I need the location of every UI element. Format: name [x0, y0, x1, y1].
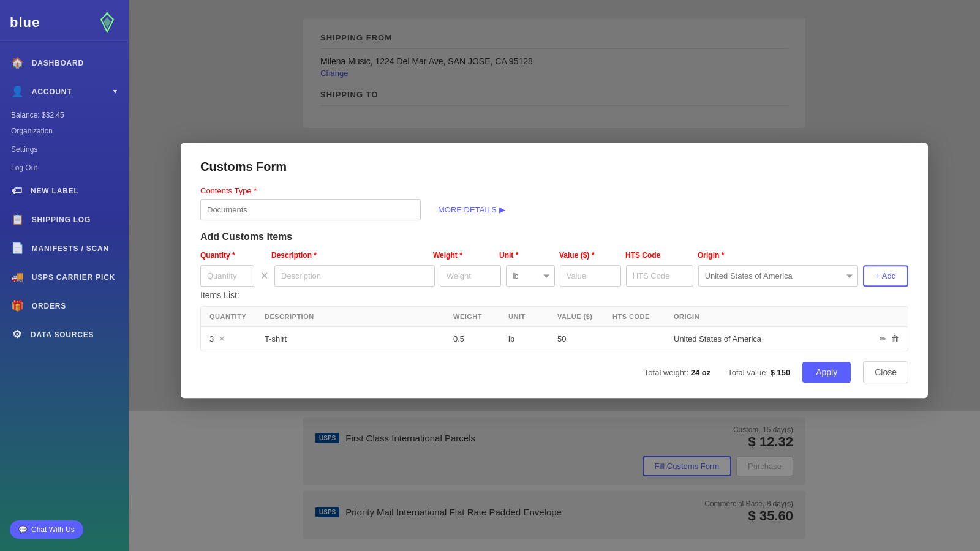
sidebar-item-settings[interactable]: Settings: [0, 140, 129, 159]
item-quantity: 3 ✕: [209, 334, 265, 343]
hts-code-col-label: HTS Code: [625, 251, 693, 260]
unit-col-label: Unit *: [499, 251, 554, 260]
chevron-down-icon: ▾: [113, 88, 118, 96]
hts-code-input[interactable]: [626, 265, 693, 287]
total-weight-label: Total weight: 24 oz: [644, 368, 710, 377]
sidebar-balance: Balance: $32.45: [0, 106, 129, 122]
col-header-hts-code: HTS CODE: [612, 313, 674, 320]
orders-icon: 🎁: [11, 299, 24, 312]
sidebar-header: blue: [0, 0, 129, 43]
items-table: QUANTITY DESCRIPTION WEIGHT UNIT VALUE (…: [200, 306, 908, 351]
add-item-column-headers: Quantity * Description * Weight * Unit *…: [200, 251, 908, 263]
sidebar-item-label: NEW LABEL: [31, 187, 79, 195]
chat-button[interactable]: 💬 Chat With Us: [10, 520, 83, 539]
sidebar-item-label: SHIPPING LOG: [32, 216, 91, 224]
add-item-row: ✕ lbozkgg United States of America Canad…: [200, 265, 908, 287]
item-description: T-shirt: [265, 334, 453, 343]
col-header-origin: ORIGIN: [674, 313, 862, 320]
col-header-weight: WEIGHT: [453, 313, 508, 320]
weight-input[interactable]: [440, 265, 501, 287]
chevron-right-icon: ▶: [499, 205, 505, 214]
sidebar-item-account[interactable]: 👤 ACCOUNT ▾: [0, 77, 129, 106]
item-row-actions: ✏ 🗑: [862, 334, 899, 343]
international-bridge-icon: [96, 11, 119, 34]
description-input[interactable]: [274, 265, 435, 287]
svg-point-2: [106, 12, 108, 15]
table-row: 3 ✕ T-shirt 0.5 lb 50 United States of A…: [201, 327, 908, 351]
sidebar-item-label: MANIFESTS / SCAN: [32, 244, 109, 253]
remove-item-button[interactable]: ✕: [217, 334, 227, 343]
sidebar-item-manifests[interactable]: 📄 MANIFESTS / SCAN: [0, 234, 129, 263]
sidebar-item-organization[interactable]: Organization: [0, 122, 129, 140]
col-header-quantity: QUANTITY: [209, 313, 265, 320]
sidebar-item-label: DATA SOURCES: [31, 331, 94, 339]
sidebar-item-label: ACCOUNT: [32, 88, 72, 96]
quantity-input[interactable]: [200, 265, 254, 287]
value-col-label: Value ($) *: [559, 251, 620, 260]
item-origin: United States of America: [674, 334, 862, 343]
delete-item-button[interactable]: 🗑: [891, 334, 899, 343]
item-weight: 0.5: [453, 334, 508, 343]
add-customs-items-heading: Add Customs Items: [200, 231, 908, 242]
usps-icon: 🚚: [11, 271, 24, 283]
edit-item-button[interactable]: ✏: [880, 334, 886, 343]
contents-type-select[interactable]: Documents Gift Commercial Sample Returne…: [200, 199, 421, 220]
modal-title: Customs Form: [200, 160, 908, 174]
chat-icon: 💬: [18, 525, 28, 534]
account-icon: 👤: [11, 85, 24, 98]
sidebar-item-orders[interactable]: 🎁 ORDERS: [0, 291, 129, 320]
customs-form-modal: Customs Form Contents Type * Documents G…: [181, 143, 928, 398]
total-value-label: Total value: $ 150: [728, 368, 790, 377]
item-value: 50: [557, 334, 612, 343]
sidebar-nav: 🏠 DASHBOARD 👤 ACCOUNT ▾ Balance: $32.45 …: [0, 43, 129, 349]
contents-type-row: Documents Gift Commercial Sample Returne…: [200, 199, 908, 220]
col-header-unit: UNIT: [508, 313, 557, 320]
apply-button[interactable]: Apply: [802, 362, 851, 383]
items-table-header: QUANTITY DESCRIPTION WEIGHT UNIT VALUE (…: [201, 307, 908, 327]
col-header-value: VALUE ($): [557, 313, 612, 320]
sidebar-item-label: DASHBOARD: [32, 59, 84, 67]
total-value-value: $ 150: [771, 368, 791, 377]
more-details-link[interactable]: MORE DETAILS ▶: [438, 205, 505, 214]
sidebar: blue 🏠 DASHBOARD 👤 ACCOUNT ▾ Balance: $3…: [0, 0, 129, 551]
col-header-description: DESCRIPTION: [265, 313, 453, 320]
main-area: SHIPPING FROM Milena Music, 1224 Del Mar…: [129, 0, 980, 551]
sidebar-item-logout[interactable]: Log Out: [0, 159, 129, 177]
item-unit: lb: [508, 334, 557, 343]
shipping-log-icon: 📋: [11, 213, 24, 226]
items-list-label: Items List:: [200, 290, 908, 300]
more-details-label: MORE DETAILS: [438, 205, 497, 214]
sidebar-item-label: ORDERS: [32, 302, 66, 310]
unit-select[interactable]: lbozkgg: [506, 265, 555, 287]
data-sources-icon: ⚙: [11, 328, 23, 341]
chat-label: Chat With Us: [31, 525, 75, 534]
add-item-button[interactable]: + Add: [863, 265, 908, 287]
totals: Total weight: 24 oz Total value: $ 150: [644, 368, 790, 377]
weight-col-label: Weight *: [433, 251, 494, 260]
col-header-actions: [862, 313, 899, 320]
value-input[interactable]: [560, 265, 621, 287]
sidebar-item-new-label[interactable]: 🏷 NEW LABEL: [0, 177, 129, 205]
sidebar-item-shipping-log[interactable]: 📋 SHIPPING LOG: [0, 205, 129, 234]
origin-select[interactable]: United States of America Canada Mexico C…: [698, 265, 859, 287]
add-item-button-label: + Add: [875, 271, 896, 280]
sidebar-logo: blue: [10, 15, 40, 31]
manifests-icon: 📄: [11, 242, 24, 255]
home-icon: 🏠: [11, 56, 24, 69]
contents-type-label: Contents Type *: [200, 186, 908, 195]
modal-footer: Total weight: 24 oz Total value: $ 150 A…: [200, 361, 908, 383]
close-button[interactable]: Close: [863, 361, 908, 383]
description-col-label: Description *: [271, 251, 428, 260]
sidebar-item-label: USPS CARRIER PICK: [32, 273, 115, 282]
quantity-col-label: Quantity *: [200, 251, 266, 260]
label-icon: 🏷: [11, 185, 23, 197]
sidebar-item-usps-carrier[interactable]: 🚚 USPS CARRIER PICK: [0, 263, 129, 291]
total-weight-value: 24 oz: [691, 368, 711, 377]
origin-col-label: Origin *: [698, 251, 854, 260]
sidebar-item-dashboard[interactable]: 🏠 DASHBOARD: [0, 48, 129, 77]
clear-quantity-button[interactable]: ✕: [259, 270, 270, 282]
sidebar-item-data-sources[interactable]: ⚙ DATA SOURCES: [0, 320, 129, 349]
